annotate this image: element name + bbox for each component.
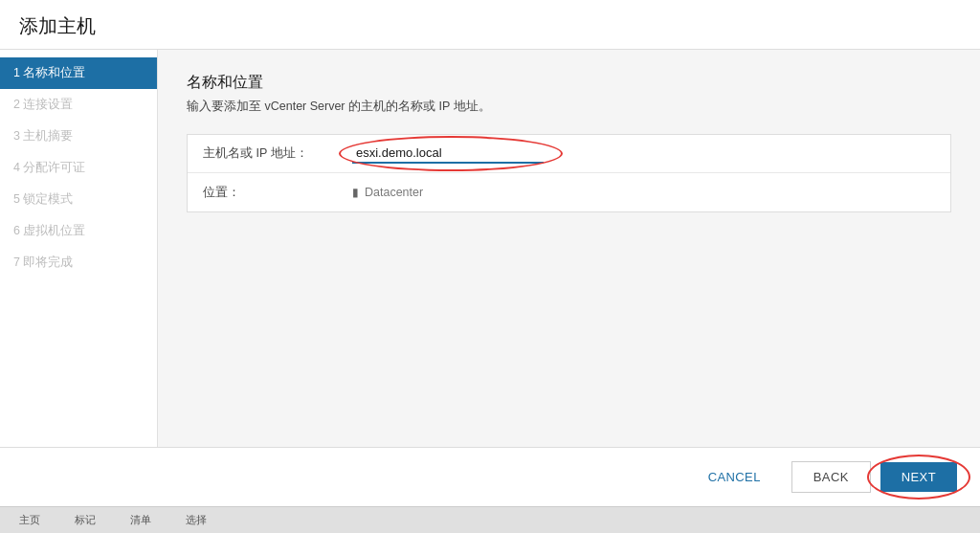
sidebar-item-1[interactable]: 1 名称和位置 <box>0 57 157 89</box>
next-button-circle: NEXT <box>880 462 957 492</box>
dialog-title: 添加主机 <box>0 0 980 50</box>
taskbar-item-home: 主页 <box>11 511 48 529</box>
hostname-row: 主机名或 IP 地址： <box>188 135 950 173</box>
taskbar-item-inventory: 清单 <box>122 511 159 529</box>
main-content: 名称和位置 输入要添加至 vCenter Server 的主机的名称或 IP 地… <box>158 50 980 447</box>
hostname-value <box>341 136 950 171</box>
sidebar-item-6: 6 虚拟机位置 <box>0 215 157 247</box>
dialog-body: 1 名称和位置 2 连接设置 3 主机摘要 4 分配许可证 5 锁定模式 6 虚… <box>0 50 980 447</box>
taskbar: 主页 标记 清单 选择 <box>0 506 980 533</box>
location-text: Datacenter <box>365 186 423 199</box>
hostname-input-circle <box>352 144 544 164</box>
sidebar-item-2: 2 连接设置 <box>0 89 157 121</box>
sidebar-item-4: 4 分配许可证 <box>0 152 157 184</box>
sidebar: 1 名称和位置 2 连接设置 3 主机摘要 4 分配许可证 5 锁定模式 6 虚… <box>0 50 158 447</box>
back-button[interactable]: BACK <box>791 461 871 493</box>
datacenter-icon: ▮ <box>352 186 359 199</box>
cancel-button[interactable]: CANCEL <box>687 462 782 492</box>
taskbar-item-select: 选择 <box>178 511 214 529</box>
section-title: 名称和位置 <box>187 73 951 93</box>
dialog-footer: CANCEL BACK NEXT <box>0 447 980 506</box>
location-label: 位置： <box>188 175 341 211</box>
sidebar-item-5: 5 锁定模式 <box>0 184 157 215</box>
location-row: 位置： ▮ Datacenter <box>188 173 950 211</box>
taskbar-item-tags: 标记 <box>67 511 103 529</box>
form-table: 主机名或 IP 地址： 位置： ▮ Datacenter <box>187 134 951 212</box>
section-desc: 输入要添加至 vCenter Server 的主机的名称或 IP 地址。 <box>187 99 951 115</box>
sidebar-item-3: 3 主机摘要 <box>0 121 157 152</box>
next-button[interactable]: NEXT <box>880 462 957 492</box>
hostname-label: 主机名或 IP 地址： <box>188 136 341 171</box>
hostname-input[interactable] <box>352 144 544 164</box>
title-text: 添加主机 <box>19 15 96 36</box>
sidebar-item-7: 7 即将完成 <box>0 247 157 278</box>
location-value: ▮ Datacenter <box>341 178 950 207</box>
